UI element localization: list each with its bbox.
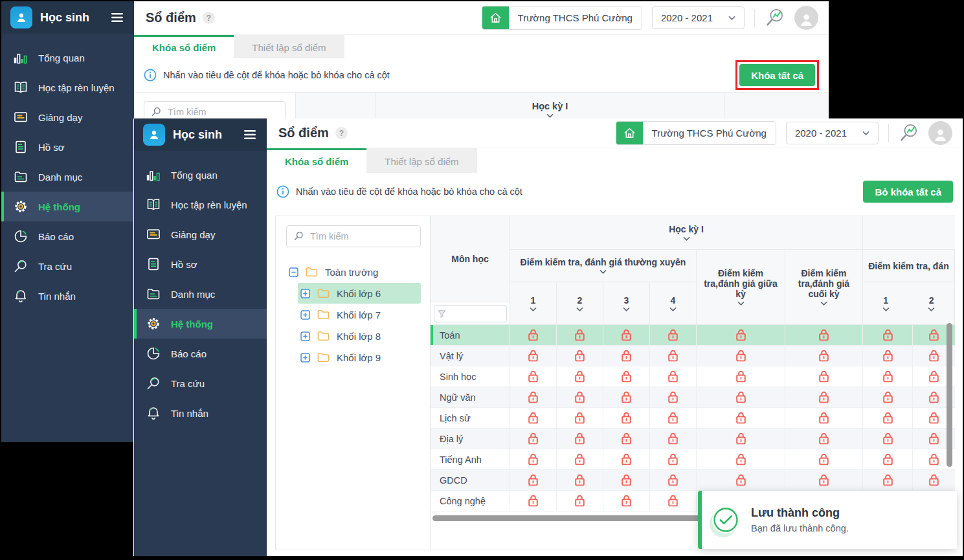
tree-node[interactable]: Khối lớp 6: [298, 283, 421, 304]
sidebar-item[interactable]: Danh mục: [1, 162, 134, 192]
sidebar-item[interactable]: Tin nhắn: [1, 281, 134, 311]
sidebar-item[interactable]: Hồ sơ: [1, 132, 134, 162]
lock-cell[interactable]: [697, 408, 785, 428]
lock-cell[interactable]: [863, 346, 913, 366]
help-icon[interactable]: ?: [203, 12, 215, 24]
semester1-header[interactable]: Học kỳ I: [510, 216, 863, 250]
sidebar-item[interactable]: Học tập rèn luyện: [1, 73, 134, 102]
lock-cell[interactable]: [650, 366, 697, 386]
lock-cell[interactable]: [785, 470, 863, 490]
tree-node[interactable]: Khối lớp 8: [298, 326, 421, 346]
plus-box-icon[interactable]: [300, 289, 310, 298]
user-avatar[interactable]: [794, 6, 818, 30]
lock-cell[interactable]: [557, 429, 603, 449]
lock-cell[interactable]: [697, 366, 785, 386]
column-header[interactable]: 1: [863, 282, 909, 325]
lock-cell[interactable]: [863, 366, 913, 386]
tree-node-root[interactable]: Toàn trường: [286, 262, 421, 282]
lock-cell[interactable]: [510, 429, 557, 449]
lock-cell[interactable]: [650, 491, 697, 511]
lock-cell[interactable]: [557, 387, 603, 407]
lock-cell[interactable]: [510, 366, 557, 386]
minus-box-icon[interactable]: [289, 267, 298, 277]
tab[interactable]: Khóa sổ điểm: [267, 148, 366, 173]
chart-search-icon[interactable]: [899, 123, 919, 143]
school-selector[interactable]: Trường THCS Phú Cường: [482, 6, 642, 30]
column-header[interactable]: 3: [603, 282, 650, 325]
lock-cell[interactable]: [863, 325, 913, 345]
user-avatar[interactable]: [928, 121, 952, 145]
lock-cell[interactable]: [603, 387, 650, 407]
column-header[interactable]: 4: [650, 282, 697, 325]
lock-cell[interactable]: [785, 408, 863, 428]
lock-cell[interactable]: [603, 429, 650, 449]
midterm-column-header[interactable]: Điểm kiểm tra,đánh giá giữa kỳ: [697, 250, 785, 325]
lock-cell[interactable]: [863, 387, 913, 407]
semester2-header[interactable]: [863, 216, 955, 250]
tab[interactable]: Thiết lập sổ điểm: [366, 148, 476, 173]
lock-cell[interactable]: [863, 408, 913, 428]
school-year-select[interactable]: 2020 - 2021: [786, 122, 879, 144]
lock-cell[interactable]: [557, 491, 603, 511]
sidebar-item[interactable]: Hệ thống: [1, 192, 134, 221]
lock-cell[interactable]: [785, 387, 863, 407]
lock-cell[interactable]: [603, 325, 650, 345]
lock-cell[interactable]: [785, 346, 863, 366]
lock-cell[interactable]: [557, 449, 603, 469]
help-icon[interactable]: ?: [335, 127, 348, 139]
lock-cell[interactable]: [697, 346, 785, 366]
sidebar-item[interactable]: Tổng quan: [134, 160, 267, 190]
sidebar-item[interactable]: Học tập rèn luyện: [134, 190, 267, 219]
lock-cell[interactable]: [697, 470, 785, 490]
tree-node[interactable]: Khối lớp 7: [298, 304, 421, 325]
lock-all-button[interactable]: Khóa tất cả: [739, 64, 815, 86]
sidebar-item[interactable]: Tin nhắn: [134, 398, 267, 428]
lock-cell[interactable]: [510, 325, 557, 345]
school-year-select[interactable]: 2020 - 2021: [652, 6, 745, 29]
lock-cell[interactable]: [510, 387, 557, 407]
regular-group-header[interactable]: Điểm kiểm tra, đánh giá thường xuyên: [510, 250, 697, 282]
lock-cell[interactable]: [557, 366, 603, 386]
sidebar-item[interactable]: Báo cáo: [134, 339, 267, 368]
semester2-regular-group-header[interactable]: Điểm kiểm tra, đán: [863, 250, 955, 282]
lock-cell[interactable]: [697, 429, 785, 449]
sidebar-item[interactable]: Giảng dạy: [134, 219, 267, 249]
home-icon[interactable]: [616, 122, 643, 144]
lock-cell[interactable]: [863, 449, 913, 469]
lock-cell[interactable]: [650, 470, 697, 490]
sidebar-item[interactable]: Giảng dạy: [1, 102, 134, 132]
sidebar-item[interactable]: Tổng quan: [1, 43, 134, 73]
school-selector[interactable]: Trường THCS Phú Cường: [616, 121, 776, 145]
vertical-scrollbar[interactable]: [947, 323, 952, 467]
lock-cell[interactable]: [650, 346, 697, 366]
tab[interactable]: Thiết lập sổ điểm: [234, 35, 344, 58]
lock-cell[interactable]: [510, 470, 557, 490]
lock-cell[interactable]: [697, 387, 785, 407]
lock-cell[interactable]: [557, 408, 603, 428]
tree-search-input[interactable]: [286, 225, 421, 247]
tree-node[interactable]: Khối lớp 9: [298, 347, 421, 368]
lock-cell[interactable]: [863, 470, 913, 490]
lock-cell[interactable]: [603, 408, 650, 428]
unlock-all-button[interactable]: Bỏ khóa tất cả: [863, 181, 953, 203]
sidebar-item[interactable]: Hệ thống: [134, 309, 267, 339]
column-header[interactable]: 1: [510, 282, 557, 325]
lock-cell[interactable]: [603, 491, 650, 511]
lock-cell[interactable]: [603, 366, 650, 386]
column-header[interactable]: 2: [557, 282, 603, 325]
column-header[interactable]: 2: [909, 282, 956, 325]
lock-cell[interactable]: [785, 449, 863, 469]
lock-cell[interactable]: [650, 325, 697, 345]
lock-cell[interactable]: [510, 346, 557, 366]
lock-cell[interactable]: [603, 346, 650, 366]
lock-cell[interactable]: [913, 470, 955, 490]
lock-cell[interactable]: [650, 408, 697, 428]
chart-search-icon[interactable]: [765, 8, 785, 28]
home-icon[interactable]: [482, 6, 509, 29]
sidebar-item[interactable]: Hồ sơ: [134, 249, 267, 279]
lock-cell[interactable]: [863, 429, 913, 449]
lock-cell[interactable]: [650, 449, 697, 469]
sidebar-item[interactable]: Báo cáo: [1, 221, 134, 251]
lock-cell[interactable]: [785, 366, 863, 386]
lock-cell[interactable]: [510, 449, 557, 469]
